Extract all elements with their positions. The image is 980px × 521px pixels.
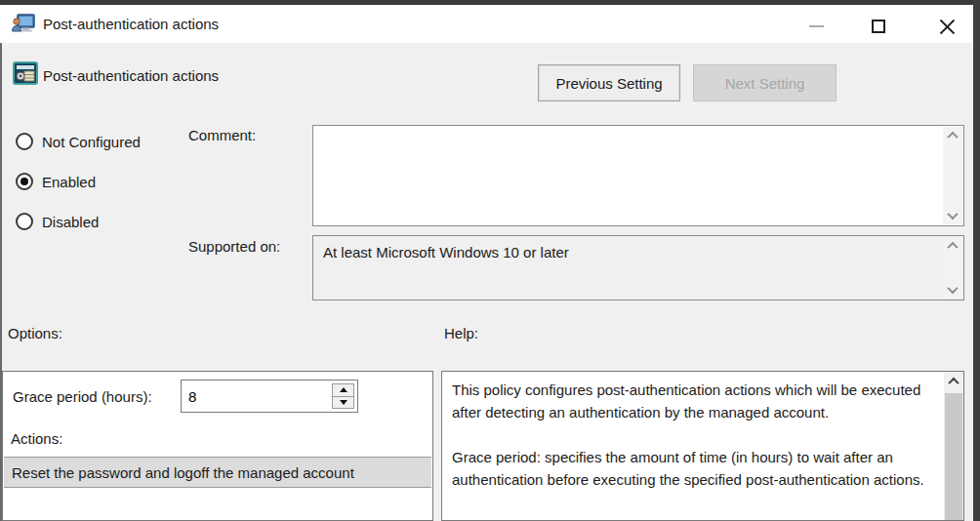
options-panel: Grace period (hours): Actions: Reset the… xyxy=(2,371,433,521)
help-label: Help: xyxy=(444,325,478,341)
actions-selected-value: Reset the password and logoff the manage… xyxy=(12,464,354,481)
actions-label: Actions: xyxy=(11,430,62,447)
options-label: Options: xyxy=(8,325,62,341)
supported-on-field: At least Microsoft Windows 10 or later xyxy=(312,235,964,301)
grace-period-field xyxy=(181,380,358,413)
window-title: Post-authentication actions xyxy=(43,16,219,32)
scroll-up-button[interactable] xyxy=(943,127,962,144)
chevron-up-icon xyxy=(948,378,959,388)
supported-on-value: At least Microsoft Windows 10 or later xyxy=(323,244,569,260)
minimize-icon xyxy=(809,25,824,27)
chevron-down-icon xyxy=(947,209,958,220)
minimize-button[interactable] xyxy=(794,10,838,43)
policy-setting-icon xyxy=(13,60,38,90)
radio-label: Disabled xyxy=(42,214,99,230)
spin-down-button[interactable] xyxy=(333,397,353,409)
comment-scrollbar[interactable] xyxy=(943,127,962,224)
scrollbar-thumb[interactable] xyxy=(945,393,962,520)
maximize-icon xyxy=(872,20,885,33)
grace-period-spinner xyxy=(332,383,354,409)
scroll-up-button[interactable] xyxy=(943,237,962,255)
radio-not-configured[interactable]: Not Configured xyxy=(16,130,141,153)
grace-period-label: Grace period (hours): xyxy=(13,388,152,405)
background-edge-right xyxy=(973,0,980,521)
radio-label: Enabled xyxy=(42,174,96,190)
next-setting-button[interactable]: Next Setting xyxy=(693,64,837,101)
help-scrollbar[interactable] xyxy=(944,372,963,520)
policy-setting-dialog: Post-authentication actions Post-authent… xyxy=(0,0,980,521)
close-button[interactable] xyxy=(924,10,969,43)
radio-circle-icon xyxy=(16,213,33,230)
help-text: This policy configures post-authenticati… xyxy=(442,372,944,520)
scroll-up-button[interactable] xyxy=(944,372,963,391)
comment-field xyxy=(312,125,964,226)
scroll-down-button[interactable] xyxy=(943,281,962,299)
grace-period-input[interactable] xyxy=(182,381,328,412)
chevron-up-icon xyxy=(947,132,958,142)
triangle-up-icon xyxy=(340,387,347,392)
setting-title: Post-authentication actions xyxy=(43,67,219,84)
comment-input[interactable] xyxy=(313,126,942,225)
radio-disabled[interactable]: Disabled xyxy=(16,210,99,233)
radio-circle-icon xyxy=(16,133,33,150)
help-paragraph: Grace period: specifies the amount of ti… xyxy=(452,446,936,491)
radio-label: Not Configured xyxy=(42,134,141,150)
chevron-up-icon xyxy=(947,242,958,253)
comment-label: Comment: xyxy=(188,127,256,143)
radio-circle-icon xyxy=(16,173,33,190)
policy-window-icon xyxy=(12,14,35,38)
help-panel: This policy configures post-authenticati… xyxy=(441,371,964,521)
chevron-down-icon xyxy=(947,283,958,294)
spin-up-button[interactable] xyxy=(333,384,353,397)
previous-setting-button[interactable]: Previous Setting xyxy=(538,64,680,101)
titlebar: Post-authentication actions xyxy=(0,5,973,43)
scroll-down-button[interactable] xyxy=(943,207,962,224)
help-paragraph: This policy configures post-authenticati… xyxy=(452,379,936,423)
supported-scrollbar[interactable] xyxy=(943,237,962,299)
maximize-button[interactable] xyxy=(856,10,901,43)
actions-dropdown[interactable]: Reset the password and logoff the manage… xyxy=(4,457,431,488)
triangle-down-icon xyxy=(340,400,347,405)
radio-enabled[interactable]: Enabled xyxy=(16,170,96,193)
close-icon xyxy=(939,19,956,35)
supported-on-label: Supported on: xyxy=(188,238,280,255)
